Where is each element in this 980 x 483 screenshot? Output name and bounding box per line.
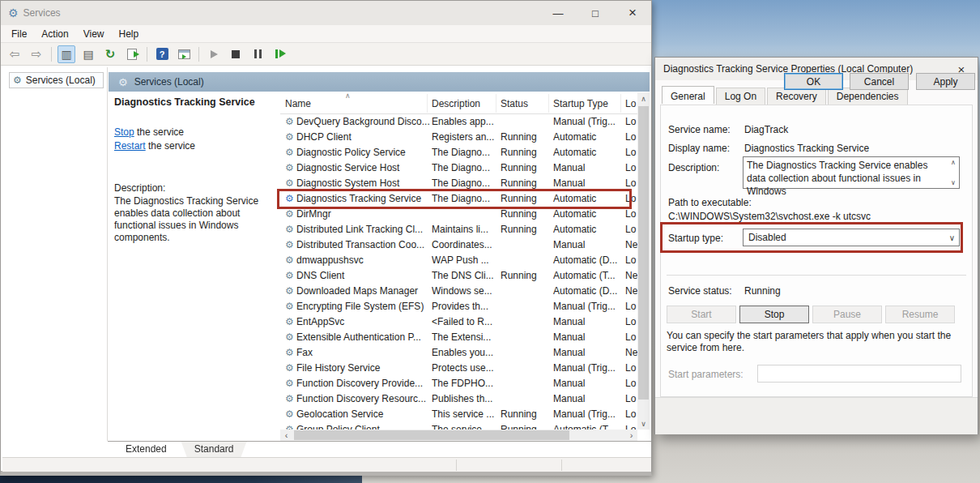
menu-view[interactable]: View bbox=[76, 25, 112, 43]
table-row[interactable]: ⚙Diagnostic Policy ServiceThe Diagno...R… bbox=[280, 145, 637, 160]
table-row[interactable]: ⚙Diagnostic System HostThe Diagno...Runn… bbox=[280, 176, 637, 191]
table-row[interactable]: ⚙Geolocation ServiceThis service ...Runn… bbox=[280, 407, 637, 422]
vertical-scrollbar[interactable]: ∧ ∨ bbox=[637, 92, 650, 430]
table-row[interactable]: ⚙DNS ClientThe DNS Cli...RunningAutomati… bbox=[280, 268, 637, 284]
menu-action[interactable]: Action bbox=[34, 25, 75, 43]
table-row[interactable]: ⚙DHCP ClientRegisters an...RunningAutoma… bbox=[280, 130, 637, 145]
show-console-tree-button[interactable]: ▥ bbox=[58, 45, 75, 63]
table-row[interactable]: ⚙Function Discovery Resourc...Publishes … bbox=[280, 391, 637, 407]
cancel-button[interactable]: Cancel bbox=[850, 73, 909, 90]
table-row[interactable]: ⚙Distributed Transaction Coo...Coordinat… bbox=[280, 237, 637, 253]
table-row[interactable]: ⚙Downloaded Maps ManagerWindows se...Aut… bbox=[280, 284, 637, 299]
dialog-tab-general[interactable]: General bbox=[662, 86, 714, 104]
restart-service-link[interactable]: Restart bbox=[114, 140, 146, 152]
cell-description: The Diagno... bbox=[432, 193, 498, 204]
cell-startup-type: Manual bbox=[553, 239, 623, 250]
scroll-right-icon[interactable]: › bbox=[625, 430, 637, 441]
cell-name: Geolocation Service bbox=[296, 408, 430, 420]
help-button[interactable]: ? bbox=[153, 45, 171, 63]
properties-dialog: Diagnostics Tracking Service Properties … bbox=[654, 57, 978, 434]
scroll-down-icon[interactable]: ∨ bbox=[637, 417, 650, 430]
table-row[interactable]: ⚙Distributed Link Tracking Cl...Maintain… bbox=[280, 222, 637, 237]
gear-icon: ⚙ bbox=[285, 193, 294, 204]
column-separator[interactable] bbox=[427, 94, 428, 113]
column-header-name[interactable]: Name bbox=[285, 98, 311, 109]
column-header-description[interactable]: Description bbox=[432, 98, 480, 109]
start-parameters-input[interactable] bbox=[757, 365, 961, 383]
horizontal-scroll-thumb[interactable] bbox=[294, 430, 569, 440]
start-service-button[interactable] bbox=[205, 45, 223, 63]
table-row[interactable]: ⚙Function Discovery Provide...The FDPHO.… bbox=[280, 376, 637, 391]
view-tab-extended[interactable]: Extended bbox=[113, 442, 180, 457]
ok-button[interactable]: OK bbox=[784, 73, 843, 90]
back-button[interactable]: ⇦ bbox=[6, 45, 23, 63]
column-header-status[interactable]: Status bbox=[501, 98, 528, 109]
dialog-tab-log-on[interactable]: Log On bbox=[716, 88, 765, 105]
column-separator[interactable] bbox=[496, 94, 496, 113]
cell-name: Function Discovery Provide... bbox=[296, 378, 430, 389]
description-scroll[interactable]: ∧ ∨ bbox=[948, 157, 959, 188]
titlebar[interactable]: ⚙ Services — □ × bbox=[1, 1, 651, 25]
spin-up-icon[interactable]: ∧ bbox=[951, 159, 956, 166]
cell-name: Distributed Link Tracking Cl... bbox=[296, 224, 430, 235]
startup-type-dropdown[interactable]: Disabled ∨ bbox=[743, 229, 960, 246]
refresh-button[interactable]: ↻ bbox=[101, 45, 119, 63]
properties-button[interactable]: ▤ bbox=[79, 45, 97, 63]
cell-description: Provides th... bbox=[432, 301, 498, 312]
close-button[interactable]: × bbox=[614, 1, 651, 25]
horizontal-scrollbar[interactable]: ‹ › bbox=[280, 430, 637, 441]
table-row[interactable]: ⚙Encrypting File System (EFS)Provides th… bbox=[280, 299, 637, 314]
pause-service-button[interactable] bbox=[249, 45, 266, 63]
column-separator[interactable] bbox=[548, 94, 549, 113]
dialog-tab-recovery[interactable]: Recovery bbox=[767, 88, 826, 105]
view-tab-standard[interactable]: Standard bbox=[181, 442, 247, 457]
column-separator[interactable] bbox=[620, 94, 621, 113]
table-row[interactable]: ⚙EntAppSvc<Failed to R...ManualLo bbox=[280, 314, 637, 330]
stop-service-link[interactable]: Stop bbox=[114, 126, 134, 138]
spin-down-icon[interactable]: ∨ bbox=[951, 179, 956, 186]
apply-button[interactable]: Apply bbox=[916, 73, 975, 90]
restart-service-button[interactable] bbox=[271, 45, 288, 63]
cell-name: Function Discovery Resourc... bbox=[296, 393, 430, 404]
column-header-startup-type[interactable]: Startup Type bbox=[553, 98, 608, 109]
cell-log-on-as: Ne bbox=[625, 239, 637, 250]
column-header-lo[interactable]: Lo bbox=[625, 98, 636, 109]
menu-help[interactable]: Help bbox=[112, 25, 147, 43]
gear-icon: ⚙ bbox=[285, 393, 294, 404]
show-action-pane-button[interactable] bbox=[175, 45, 193, 63]
export-list-button[interactable] bbox=[123, 45, 141, 63]
stop-button[interactable]: Stop bbox=[739, 306, 809, 323]
table-row[interactable]: ⚙File History ServiceProtects use...Manu… bbox=[280, 361, 637, 376]
description-textbox[interactable]: The Diagnostics Tracking Service enables… bbox=[743, 156, 960, 189]
table-row[interactable]: ⚙DevQuery Background Disco...Enables app… bbox=[280, 114, 637, 130]
cell-startup-type: Automatic (T... bbox=[553, 270, 623, 281]
menu-file[interactable]: File bbox=[4, 25, 34, 43]
forward-button[interactable]: ⇨ bbox=[28, 45, 45, 63]
table-row[interactable]: ⚙Extensible Authentication P...The Exten… bbox=[280, 330, 637, 345]
cell-startup-type: Automatic bbox=[553, 224, 623, 235]
table-row[interactable]: ⚙FaxEnables you...ManualNe bbox=[280, 345, 637, 361]
cell-log-on-as: Lo bbox=[625, 301, 637, 312]
statusbar bbox=[2, 457, 651, 472]
table-row[interactable]: ⚙DirMngrRunningAutomaticLo bbox=[280, 207, 637, 222]
cell-startup-type: Manual bbox=[553, 162, 623, 173]
scroll-left-icon[interactable]: ‹ bbox=[280, 430, 292, 441]
gear-icon: ⚙ bbox=[285, 331, 294, 343]
table-row[interactable]: ⚙dmwappushsvcWAP Push ...Automatic (D...… bbox=[280, 253, 637, 268]
gear-icon: ⚙ bbox=[285, 208, 294, 220]
cell-startup-type: Manual (Trig... bbox=[553, 408, 623, 420]
tree-item-services-local[interactable]: ⚙ Services (Local) bbox=[9, 72, 104, 88]
cell-description: WAP Push ... bbox=[432, 254, 498, 266]
path-to-executable-value: C:\WINDOWS\System32\svchost.exe -k utcsv… bbox=[668, 211, 871, 222]
cell-log-on-as: Ne bbox=[625, 347, 637, 358]
cell-log-on-as: Lo bbox=[625, 378, 637, 389]
service-description-text: The Diagnostics Tracking Service enables… bbox=[114, 195, 273, 244]
table-row[interactable]: ⚙Diagnostic Service HostThe Diagno...Run… bbox=[280, 160, 637, 176]
table-row-highlighted[interactable]: ⚙Diagnostics Tracking ServiceThe Diagno.… bbox=[280, 191, 637, 207]
scroll-up-icon[interactable]: ∧ bbox=[637, 92, 650, 105]
vertical-scroll-thumb[interactable] bbox=[638, 106, 649, 400]
maximize-button[interactable]: □ bbox=[577, 1, 614, 25]
stop-service-button[interactable] bbox=[227, 45, 245, 63]
dialog-tab-dependencies[interactable]: Dependencies bbox=[828, 88, 908, 105]
minimize-button[interactable]: — bbox=[539, 1, 577, 25]
